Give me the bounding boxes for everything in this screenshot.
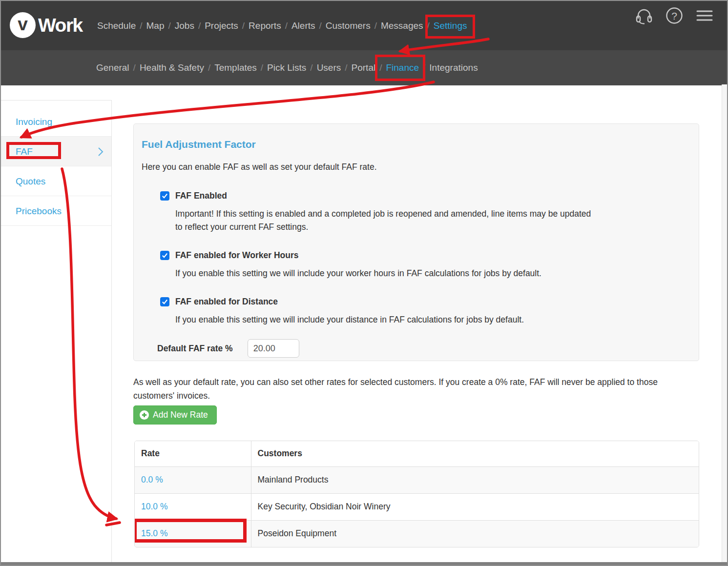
chevron-right-icon — [98, 147, 104, 157]
settings-menu: General / Health & Safety / Templates / … — [96, 50, 478, 85]
nav-separator: / — [345, 62, 347, 73]
nav-separator: / — [198, 20, 201, 31]
panel-intro: Here you can enable FAF as well as set y… — [142, 162, 691, 172]
annotation-box-faf — [6, 142, 61, 159]
faf-enabled-checkbox[interactable] — [160, 191, 169, 201]
plus-icon — [140, 410, 149, 420]
nav-separator: / — [261, 62, 263, 73]
subnav-item-templates[interactable]: Templates — [214, 62, 257, 73]
navbar-icon-group: ? — [634, 6, 714, 25]
faf-distance-label: FAF enabled for Distance — [175, 297, 278, 307]
setting-faf-enabled: FAF Enabled Important! If this setting i… — [160, 191, 691, 234]
checkmark-icon — [162, 193, 168, 199]
hamburger-menu-icon[interactable] — [695, 6, 714, 25]
default-faf-rate-input[interactable] — [248, 339, 299, 358]
vwork-logo[interactable]: v Work — [10, 12, 83, 38]
subnav-item-pick-lists[interactable]: Pick Lists — [267, 62, 306, 73]
main-menu: Schedule / Map / Jobs / Projects / Repor… — [97, 1, 467, 50]
browser-viewport: v Work Schedule / Map / Jobs / Projects … — [0, 0, 728, 566]
faf-distance-checkbox[interactable] — [160, 297, 169, 306]
customers-cell: Mainland Products — [251, 466, 699, 493]
rate-link-2[interactable]: 15.0 % — [141, 528, 167, 538]
faf-settings-panel: Fuel Adjustment Factor Here you can enab… — [133, 123, 699, 361]
subnav-item-general[interactable]: General — [96, 62, 129, 73]
nav-item-customers[interactable]: Customers — [326, 20, 371, 31]
default-faf-rate-label: Default FAF rate % — [157, 344, 233, 354]
sidebar-item-faf[interactable]: FAF — [1, 137, 111, 166]
subnav-item-integrations[interactable]: Integrations — [429, 62, 478, 73]
sidebar-item-quotes[interactable]: Quotes — [1, 166, 111, 196]
table-header-row: Rate Customers — [135, 441, 699, 466]
finance-sidebar: Invoicing FAF Quotes Pricebooks — [1, 100, 112, 562]
table-row: 10.0 % Key Security, Obsidian Noir Winer… — [135, 493, 699, 520]
nav-item-schedule[interactable]: Schedule — [97, 20, 136, 31]
logo-circle-icon: v — [10, 12, 36, 38]
faf-enabled-label: FAF Enabled — [175, 191, 227, 201]
column-header-rate: Rate — [135, 441, 251, 466]
checkmark-icon — [162, 299, 168, 305]
nav-separator: / — [208, 62, 210, 73]
faf-distance-note: If you enable this setting we will inclu… — [175, 313, 691, 326]
nav-separator: / — [427, 20, 430, 31]
logo-text: Work — [38, 15, 83, 36]
subnav-item-health-safety[interactable]: Health & Safety — [140, 62, 204, 73]
checkmark-icon — [162, 252, 168, 259]
faf-worker-hours-checkbox[interactable] — [160, 251, 169, 260]
nav-separator: / — [285, 20, 288, 31]
subnav-item-finance[interactable]: Finance — [386, 62, 419, 73]
nav-item-jobs[interactable]: Jobs — [175, 20, 194, 31]
faf-enabled-note: Important! If this setting is enabled an… — [175, 207, 595, 234]
table-row: 0.0 % Mainland Products — [135, 466, 699, 493]
nav-separator: / — [133, 62, 136, 73]
column-header-customers: Customers — [251, 441, 699, 466]
nav-item-settings[interactable]: Settings — [434, 20, 467, 31]
panel-title: Fuel Adjustment Factor — [142, 139, 691, 150]
sidebar-item-invoicing[interactable]: Invoicing — [1, 107, 111, 137]
scrollbar-track[interactable] — [722, 84, 727, 562]
customers-cell: Key Security, Obsidian Noir Winery — [251, 493, 699, 520]
window-bottom-edge — [1, 562, 727, 565]
faf-worker-hours-note: If you enable this setting we will inclu… — [175, 267, 691, 280]
nav-separator: / — [423, 62, 425, 73]
nav-item-projects[interactable]: Projects — [205, 20, 238, 31]
customers-cell: Poseidon Equipment — [251, 520, 699, 547]
nav-separator: / — [319, 20, 322, 31]
top-navbar: v Work Schedule / Map / Jobs / Projects … — [1, 1, 727, 50]
faf-worker-hours-label: FAF enabled for Worker Hours — [175, 250, 299, 261]
rate-link-1[interactable]: 10.0 % — [141, 502, 167, 511]
subnav-item-users[interactable]: Users — [317, 62, 341, 73]
rates-description: As well as your default rate, you can al… — [133, 376, 695, 403]
sidebar-item-faf-label: FAF — [16, 146, 33, 157]
support-headset-icon[interactable] — [634, 6, 654, 25]
nav-item-map[interactable]: Map — [146, 20, 165, 31]
rate-link-0[interactable]: 0.0 % — [141, 475, 163, 485]
nav-item-alerts[interactable]: Alerts — [291, 20, 315, 31]
nav-separator: / — [168, 20, 170, 31]
settings-subnav: General / Health & Safety / Templates / … — [1, 50, 727, 85]
help-icon[interactable]: ? — [665, 6, 684, 25]
svg-text:?: ? — [671, 10, 677, 21]
nav-item-messages[interactable]: Messages — [381, 20, 423, 31]
setting-faf-worker-hours: FAF enabled for Worker Hours If you enab… — [160, 250, 691, 280]
nav-separator: / — [374, 20, 377, 31]
add-new-rate-button[interactable]: Add New Rate — [133, 405, 217, 424]
nav-separator: / — [379, 62, 382, 73]
default-faf-rate-row: Default FAF rate % — [157, 339, 691, 358]
table-row: 15.0 % Poseidon Equipment — [135, 520, 699, 547]
nav-separator: / — [140, 20, 142, 31]
nav-separator: / — [242, 20, 245, 31]
subnav-item-finance-label: Finance — [386, 62, 419, 73]
sidebar-item-pricebooks[interactable]: Pricebooks — [1, 196, 111, 226]
nav-item-reports[interactable]: Reports — [249, 20, 281, 31]
rates-table: Rate Customers 0.0 % Mainland Products 1… — [134, 441, 699, 547]
nav-item-settings-label: Settings — [434, 20, 467, 31]
setting-faf-distance: FAF enabled for Distance If you enable t… — [160, 297, 691, 326]
subnav-item-portal[interactable]: Portal — [352, 62, 376, 73]
add-new-rate-label: Add New Rate — [153, 410, 208, 420]
nav-separator: / — [310, 62, 312, 73]
